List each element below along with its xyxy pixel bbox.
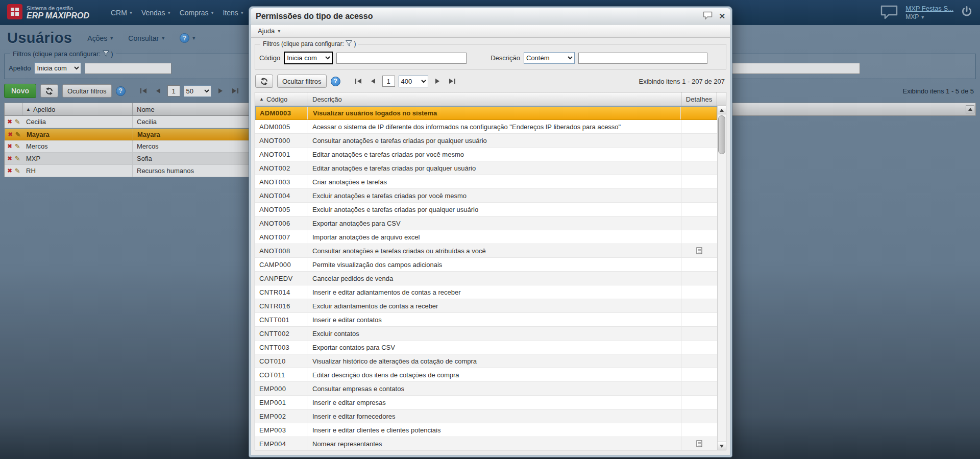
codigo-column-header[interactable]: ▲Código [255,92,307,106]
filter-icon [346,40,352,46]
header-spacer [717,92,726,106]
permission-row[interactable]: COT010Visualizar histórico de alterações… [255,354,717,368]
close-icon[interactable]: ✕ [719,12,725,20]
hide-filters-button[interactable]: Ocultar filtros [277,75,327,88]
permission-details-cell [681,175,717,188]
permissions-dialog: Permissões do tipo de acesso ✕ Ajuda▾ Fi… [249,6,732,457]
permission-code-cell: ANOT004 [255,189,307,202]
permission-code-cell: ANOT008 [255,244,307,257]
page-number-box[interactable]: 1 [382,76,395,87]
permission-code-cell: ANOT000 [255,134,307,147]
details-icon[interactable] [696,440,702,447]
descricao-column-header[interactable]: Descrição [307,92,681,106]
permission-desc-cell: Editar anotações e tarefas criadas por q… [307,161,681,175]
codigo-label: Código [259,54,280,62]
permission-code-cell: CNTR016 [255,299,307,312]
permission-code-cell: COT011 [255,368,307,381]
permission-desc-cell: Inserir e editar empresas [307,396,681,409]
permission-row[interactable]: ANOT000Consultar anotações e tarefas cri… [255,134,717,148]
last-page-button[interactable] [447,76,458,87]
help-icon[interactable]: ? [331,77,340,86]
permission-details-cell [681,107,717,119]
refresh-button[interactable] [255,75,273,88]
permission-row[interactable]: ADM0005Acessar o sistema de IP diferente… [255,120,717,134]
permission-details-cell [681,189,717,202]
permission-code-cell: ANOT006 [255,216,307,230]
permission-desc-cell: Excluir contatos [307,327,681,340]
scroll-up-button[interactable] [718,106,726,114]
permission-code-cell: EMP003 [255,423,307,437]
filters-legend[interactable]: Filtros (clique para configurar: ) [260,40,358,47]
ajuda-menu[interactable]: Ajuda▾ [253,26,285,36]
permission-row[interactable]: ANOT002Editar anotações e tarefas criada… [255,161,717,175]
permission-code-cell: EMP001 [255,396,307,409]
permission-desc-cell: Inserir e editar contatos [307,313,681,326]
permission-row[interactable]: EMP001Inserir e editar empresas [255,396,717,409]
permission-row[interactable]: EMP000Consultar empresas e contatos [255,382,717,396]
permission-details-cell [681,382,717,395]
permission-details-cell [681,120,717,133]
prev-page-button[interactable] [368,76,379,87]
permission-code-cell: CNTT003 [255,341,307,354]
permissions-scrollbar[interactable] [717,106,726,450]
permission-row[interactable]: COT011Editar descrição dos itens de cota… [255,368,717,382]
permission-row[interactable]: ANOT005Excluir anotações e tarefas criad… [255,203,717,216]
permission-details-cell [681,409,717,423]
detalhes-column-header[interactable]: Detalhes [681,92,717,106]
permission-code-cell: CNTT002 [255,327,307,340]
permission-desc-cell: Nomear representantes [307,437,681,450]
descricao-label: Descrição [491,54,520,62]
dialog-titlebar[interactable]: Permissões do tipo de acesso ✕ [251,8,730,25]
descricao-operator-select[interactable]: Contém [524,52,575,64]
next-page-button[interactable] [432,76,443,87]
descricao-filter-input[interactable] [578,53,707,64]
scroll-down-button[interactable] [718,442,726,450]
permission-details-cell [681,423,717,437]
permission-row[interactable]: CNTR016Excluir adiantamentos de contas a… [255,299,717,313]
permission-code-cell: EMP004 [255,437,307,450]
permission-row[interactable]: EMP003Inserir e editar clientes e client… [255,423,717,437]
permission-details-cell [681,285,717,299]
dialog-titlebar-icons: ✕ [703,11,725,21]
permission-row[interactable]: CAMP000Permite visualização dos campos a… [255,258,717,272]
permission-row[interactable]: ANOT007Importar anotações de arquivo exc… [255,230,717,244]
permission-details-cell [681,299,717,312]
permission-details-cell [681,368,717,381]
permission-desc-cell: Inserir e editar fornecedores [307,409,681,423]
permissions-filter-row: Código Inicia com Descrição Contém [259,52,722,64]
permission-details-cell [681,258,717,271]
comment-icon[interactable] [703,11,713,21]
permission-row[interactable]: CNTR014Inserir e editar adiantamentos de… [255,285,717,299]
details-icon[interactable] [696,247,702,254]
permission-desc-cell: Excluir anotações e tarefas criadas por … [307,203,681,216]
permission-desc-cell: Editar anotações e tarefas criadas por v… [307,148,681,161]
permission-row[interactable]: CANPEDVCancelar pedidos de venda [255,272,717,285]
last-page-icon [449,79,453,84]
permission-row[interactable]: ANOT004Excluir anotações e tarefas criad… [255,189,717,203]
codigo-filter-input[interactable] [336,53,467,64]
first-page-icon [355,79,356,84]
permission-row[interactable]: CNTT002Excluir contatos [255,327,717,341]
chevron-down-icon: ▾ [278,28,280,34]
permission-details-cell [681,230,717,244]
permission-row[interactable]: ANOT008Consultar anotações e tarefas cri… [255,244,717,258]
permission-row[interactable]: EMP002Inserir e editar fornecedores [255,409,717,423]
permission-row[interactable]: ADM0003Visualizar usuários logados no si… [255,106,717,120]
permission-row[interactable]: ANOT001Editar anotações e tarefas criada… [255,148,717,161]
permission-details-cell [681,203,717,216]
permission-row[interactable]: EMP004Nomear representantes [255,437,717,450]
permission-code-cell: CANPEDV [255,272,307,285]
permission-row[interactable]: ANOT003Criar anotações e tarefas [255,175,717,189]
permission-row[interactable]: CNTT001Inserir e editar contatos [255,313,717,327]
permission-row[interactable]: CNTT003Exportar contatos para CSV [255,341,717,354]
permissions-filters: Filtros (clique para configurar: ) Códig… [255,40,726,69]
scrollbar-thumb[interactable] [718,115,725,154]
permissions-toolbar: Ocultar filtros ? 1 400 Exibindo itens 1… [254,70,727,92]
first-page-button[interactable] [353,76,364,87]
permission-desc-cell: Excluir anotações e tarefas criadas por … [307,189,681,202]
codigo-operator-select[interactable]: Inicia com [284,52,333,64]
permission-desc-cell: Consultar anotações e tarefas criadas po… [307,134,681,147]
permission-row[interactable]: ANOT006Exportar anotações para CSV [255,216,717,230]
page-size-select[interactable]: 400 [399,76,428,87]
prev-page-icon [371,79,375,84]
